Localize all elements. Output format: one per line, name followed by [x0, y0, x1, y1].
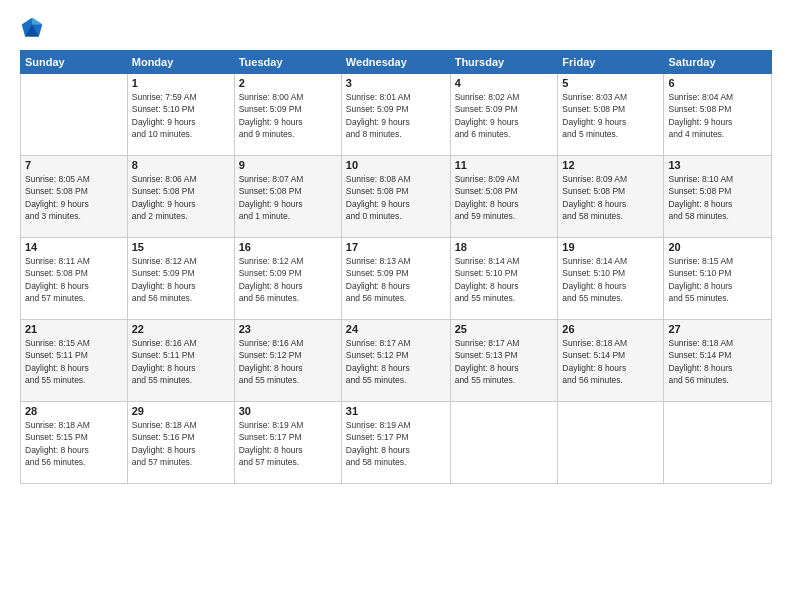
day-number: 20 — [668, 241, 767, 253]
table-cell: 3Sunrise: 8:01 AM Sunset: 5:09 PM Daylig… — [341, 74, 450, 156]
day-info: Sunrise: 8:19 AM Sunset: 5:17 PM Dayligh… — [346, 419, 446, 468]
day-info: Sunrise: 8:19 AM Sunset: 5:17 PM Dayligh… — [239, 419, 337, 468]
col-wednesday: Wednesday — [341, 51, 450, 74]
day-info: Sunrise: 8:16 AM Sunset: 5:11 PM Dayligh… — [132, 337, 230, 386]
table-cell: 9Sunrise: 8:07 AM Sunset: 5:08 PM Daylig… — [234, 156, 341, 238]
table-cell: 26Sunrise: 8:18 AM Sunset: 5:14 PM Dayli… — [558, 320, 664, 402]
table-cell: 31Sunrise: 8:19 AM Sunset: 5:17 PM Dayli… — [341, 402, 450, 484]
table-row: 7Sunrise: 8:05 AM Sunset: 5:08 PM Daylig… — [21, 156, 772, 238]
col-friday: Friday — [558, 51, 664, 74]
table-cell: 8Sunrise: 8:06 AM Sunset: 5:08 PM Daylig… — [127, 156, 234, 238]
day-info: Sunrise: 8:18 AM Sunset: 5:15 PM Dayligh… — [25, 419, 123, 468]
day-info: Sunrise: 8:17 AM Sunset: 5:13 PM Dayligh… — [455, 337, 554, 386]
day-number: 15 — [132, 241, 230, 253]
table-cell: 29Sunrise: 8:18 AM Sunset: 5:16 PM Dayli… — [127, 402, 234, 484]
table-cell: 18Sunrise: 8:14 AM Sunset: 5:10 PM Dayli… — [450, 238, 558, 320]
day-number: 8 — [132, 159, 230, 171]
day-number: 26 — [562, 323, 659, 335]
day-number: 3 — [346, 77, 446, 89]
day-info: Sunrise: 8:00 AM Sunset: 5:09 PM Dayligh… — [239, 91, 337, 140]
day-number: 28 — [25, 405, 123, 417]
logo — [20, 16, 48, 40]
day-number: 2 — [239, 77, 337, 89]
header — [20, 16, 772, 40]
col-saturday: Saturday — [664, 51, 772, 74]
day-info: Sunrise: 8:05 AM Sunset: 5:08 PM Dayligh… — [25, 173, 123, 222]
day-info: Sunrise: 8:02 AM Sunset: 5:09 PM Dayligh… — [455, 91, 554, 140]
table-cell: 17Sunrise: 8:13 AM Sunset: 5:09 PM Dayli… — [341, 238, 450, 320]
table-cell: 13Sunrise: 8:10 AM Sunset: 5:08 PM Dayli… — [664, 156, 772, 238]
table-cell: 25Sunrise: 8:17 AM Sunset: 5:13 PM Dayli… — [450, 320, 558, 402]
day-number: 22 — [132, 323, 230, 335]
day-number: 31 — [346, 405, 446, 417]
day-number: 16 — [239, 241, 337, 253]
table-row: 14Sunrise: 8:11 AM Sunset: 5:08 PM Dayli… — [21, 238, 772, 320]
day-info: Sunrise: 8:13 AM Sunset: 5:09 PM Dayligh… — [346, 255, 446, 304]
col-sunday: Sunday — [21, 51, 128, 74]
day-info: Sunrise: 8:08 AM Sunset: 5:08 PM Dayligh… — [346, 173, 446, 222]
table-cell: 2Sunrise: 8:00 AM Sunset: 5:09 PM Daylig… — [234, 74, 341, 156]
day-info: Sunrise: 8:14 AM Sunset: 5:10 PM Dayligh… — [562, 255, 659, 304]
header-row: Sunday Monday Tuesday Wednesday Thursday… — [21, 51, 772, 74]
col-thursday: Thursday — [450, 51, 558, 74]
day-info: Sunrise: 8:11 AM Sunset: 5:08 PM Dayligh… — [25, 255, 123, 304]
day-number: 6 — [668, 77, 767, 89]
table-cell: 16Sunrise: 8:12 AM Sunset: 5:09 PM Dayli… — [234, 238, 341, 320]
day-info: Sunrise: 8:09 AM Sunset: 5:08 PM Dayligh… — [562, 173, 659, 222]
table-cell — [21, 74, 128, 156]
table-cell: 23Sunrise: 8:16 AM Sunset: 5:12 PM Dayli… — [234, 320, 341, 402]
day-number: 5 — [562, 77, 659, 89]
day-number: 17 — [346, 241, 446, 253]
day-number: 25 — [455, 323, 554, 335]
day-number: 14 — [25, 241, 123, 253]
table-cell: 15Sunrise: 8:12 AM Sunset: 5:09 PM Dayli… — [127, 238, 234, 320]
day-number: 19 — [562, 241, 659, 253]
day-number: 9 — [239, 159, 337, 171]
table-cell: 22Sunrise: 8:16 AM Sunset: 5:11 PM Dayli… — [127, 320, 234, 402]
day-info: Sunrise: 8:07 AM Sunset: 5:08 PM Dayligh… — [239, 173, 337, 222]
table-cell: 27Sunrise: 8:18 AM Sunset: 5:14 PM Dayli… — [664, 320, 772, 402]
table-cell: 19Sunrise: 8:14 AM Sunset: 5:10 PM Dayli… — [558, 238, 664, 320]
table-cell: 4Sunrise: 8:02 AM Sunset: 5:09 PM Daylig… — [450, 74, 558, 156]
table-cell: 14Sunrise: 8:11 AM Sunset: 5:08 PM Dayli… — [21, 238, 128, 320]
day-info: Sunrise: 8:18 AM Sunset: 5:14 PM Dayligh… — [668, 337, 767, 386]
calendar-table: Sunday Monday Tuesday Wednesday Thursday… — [20, 50, 772, 484]
table-cell: 20Sunrise: 8:15 AM Sunset: 5:10 PM Dayli… — [664, 238, 772, 320]
day-number: 29 — [132, 405, 230, 417]
table-cell: 12Sunrise: 8:09 AM Sunset: 5:08 PM Dayli… — [558, 156, 664, 238]
table-row: 1Sunrise: 7:59 AM Sunset: 5:10 PM Daylig… — [21, 74, 772, 156]
svg-marker-1 — [32, 18, 42, 25]
table-cell — [450, 402, 558, 484]
table-cell: 24Sunrise: 8:17 AM Sunset: 5:12 PM Dayli… — [341, 320, 450, 402]
day-number: 23 — [239, 323, 337, 335]
day-info: Sunrise: 8:14 AM Sunset: 5:10 PM Dayligh… — [455, 255, 554, 304]
day-number: 10 — [346, 159, 446, 171]
logo-icon — [20, 16, 44, 40]
day-info: Sunrise: 8:06 AM Sunset: 5:08 PM Dayligh… — [132, 173, 230, 222]
col-monday: Monday — [127, 51, 234, 74]
table-cell: 28Sunrise: 8:18 AM Sunset: 5:15 PM Dayli… — [21, 402, 128, 484]
day-info: Sunrise: 8:18 AM Sunset: 5:14 PM Dayligh… — [562, 337, 659, 386]
table-cell: 5Sunrise: 8:03 AM Sunset: 5:08 PM Daylig… — [558, 74, 664, 156]
table-cell — [664, 402, 772, 484]
day-info: Sunrise: 8:15 AM Sunset: 5:11 PM Dayligh… — [25, 337, 123, 386]
day-number: 13 — [668, 159, 767, 171]
day-number: 30 — [239, 405, 337, 417]
table-cell: 30Sunrise: 8:19 AM Sunset: 5:17 PM Dayli… — [234, 402, 341, 484]
day-number: 21 — [25, 323, 123, 335]
table-row: 28Sunrise: 8:18 AM Sunset: 5:15 PM Dayli… — [21, 402, 772, 484]
day-info: Sunrise: 8:15 AM Sunset: 5:10 PM Dayligh… — [668, 255, 767, 304]
day-info: Sunrise: 8:12 AM Sunset: 5:09 PM Dayligh… — [132, 255, 230, 304]
table-cell: 10Sunrise: 8:08 AM Sunset: 5:08 PM Dayli… — [341, 156, 450, 238]
day-number: 1 — [132, 77, 230, 89]
page: Sunday Monday Tuesday Wednesday Thursday… — [0, 0, 792, 612]
day-info: Sunrise: 8:03 AM Sunset: 5:08 PM Dayligh… — [562, 91, 659, 140]
day-info: Sunrise: 8:17 AM Sunset: 5:12 PM Dayligh… — [346, 337, 446, 386]
table-cell: 21Sunrise: 8:15 AM Sunset: 5:11 PM Dayli… — [21, 320, 128, 402]
day-info: Sunrise: 7:59 AM Sunset: 5:10 PM Dayligh… — [132, 91, 230, 140]
col-tuesday: Tuesday — [234, 51, 341, 74]
day-number: 11 — [455, 159, 554, 171]
day-number: 24 — [346, 323, 446, 335]
day-info: Sunrise: 8:10 AM Sunset: 5:08 PM Dayligh… — [668, 173, 767, 222]
table-cell: 1Sunrise: 7:59 AM Sunset: 5:10 PM Daylig… — [127, 74, 234, 156]
